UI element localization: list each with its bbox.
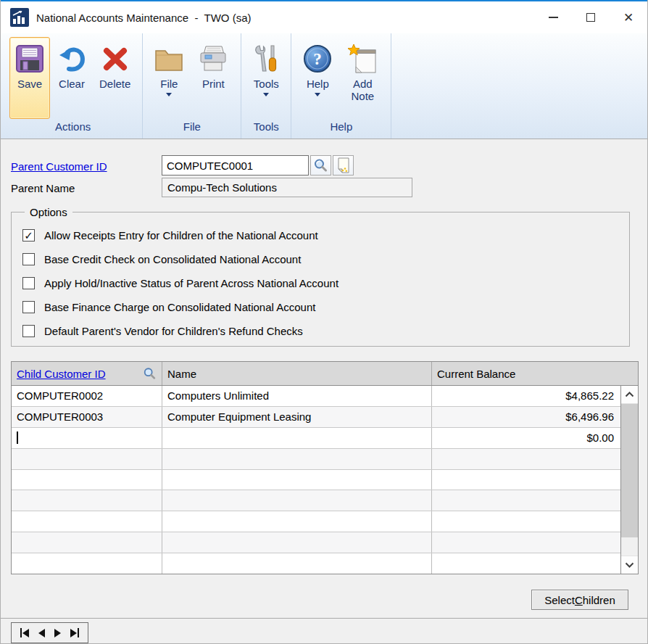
previous-record-icon — [38, 629, 45, 637]
ribbon-separator — [391, 33, 391, 139]
first-record-icon — [22, 629, 29, 637]
chevron-down-icon — [315, 93, 320, 96]
scroll-up-button[interactable] — [621, 386, 638, 404]
file-menu-button[interactable]: File — [149, 37, 189, 99]
cell-child-customer-id[interactable] — [12, 511, 162, 532]
cell-name[interactable] — [162, 511, 432, 532]
cell-child-customer-id[interactable]: COMPUTER0003 — [12, 407, 162, 427]
floppy-disk-icon — [15, 40, 44, 78]
chevron-down-icon — [166, 93, 172, 96]
attach-note-button[interactable] — [333, 155, 354, 176]
close-button[interactable]: ✕ — [610, 1, 647, 33]
checkbox-allow-receipts-entry[interactable]: ✓ Allow Receipts Entry for Children of t… — [12, 223, 629, 247]
table-row — [12, 490, 620, 511]
column-lookup-button[interactable] — [143, 367, 157, 381]
clear-button-label: Clear — [59, 78, 85, 90]
cell-current-balance[interactable] — [432, 449, 620, 469]
cell-child-customer-id[interactable] — [12, 470, 162, 490]
table-header: Child Customer ID Name Current Balance — [12, 362, 638, 386]
cell-current-balance[interactable]: $4,865.22 — [432, 386, 620, 406]
cell-child-customer-id[interactable] — [12, 553, 162, 574]
print-button-label: Print — [202, 78, 225, 90]
table-row-editing: $0.00 — [12, 428, 620, 449]
clear-button[interactable]: Clear — [52, 37, 91, 92]
cell-name[interactable] — [162, 490, 432, 511]
cell-child-customer-id[interactable] — [12, 532, 162, 553]
options-groupbox: Options ✓ Allow Receipts Entry for Child… — [11, 212, 630, 347]
cell-current-balance[interactable] — [432, 532, 620, 553]
scrollbar-track[interactable] — [621, 404, 638, 556]
options-legend: Options — [25, 206, 72, 218]
delete-button[interactable]: Delete — [94, 37, 136, 92]
help-menu-button[interactable]: ? Help — [297, 37, 338, 99]
svg-text:?: ? — [314, 50, 323, 68]
cell-current-balance[interactable]: $0.00 — [432, 428, 620, 448]
child-customer-id-link[interactable]: Child Customer ID — [17, 368, 106, 380]
maximize-button[interactable] — [572, 1, 610, 33]
ribbon-group-label-actions: Actions — [4, 119, 142, 139]
next-record-button[interactable] — [54, 629, 61, 637]
save-button-label: Save — [17, 78, 42, 90]
tools-icon — [253, 40, 279, 78]
add-note-icon — [347, 40, 378, 78]
add-note-label: Add Note — [346, 78, 379, 103]
scroll-down-button[interactable] — [621, 556, 638, 574]
parent-name-value: Compu-Tech Solutions — [162, 178, 412, 197]
cell-name[interactable] — [162, 470, 432, 490]
save-button[interactable]: Save — [9, 37, 50, 119]
print-button[interactable]: Print — [191, 37, 235, 92]
first-record-button[interactable] — [20, 628, 29, 637]
checkbox-apply-hold-inactive[interactable]: Apply Hold/Inactive Status of Parent Acr… — [12, 271, 629, 295]
last-record-button[interactable] — [70, 628, 79, 637]
checkbox-icon — [22, 301, 35, 313]
cell-current-balance[interactable] — [432, 511, 620, 532]
cell-child-customer-id[interactable] — [12, 449, 162, 469]
parent-customer-id-link[interactable]: Parent Customer ID — [11, 160, 107, 173]
column-header-current-balance: Current Balance — [432, 362, 638, 385]
select-children-button[interactable]: Select Children — [531, 590, 628, 610]
cell-name[interactable] — [162, 428, 432, 448]
maximize-icon — [586, 13, 595, 22]
checkbox-icon — [22, 253, 35, 265]
window-title: National Accounts Maintenance - TWO (sa) — [36, 12, 252, 24]
minimize-button[interactable] — [534, 1, 572, 33]
lookup-button[interactable] — [310, 155, 331, 176]
cell-child-customer-id[interactable]: COMPUTER0002 — [12, 386, 162, 406]
parent-customer-id-input[interactable] — [162, 155, 309, 176]
previous-record-button[interactable] — [38, 629, 45, 637]
app-chart-icon — [10, 8, 29, 27]
tools-menu-button[interactable]: Tools — [247, 37, 285, 99]
checkbox-base-credit-check[interactable]: Base Credit Check on Consolidated Nation… — [12, 247, 629, 271]
cell-child-customer-id[interactable] — [12, 428, 162, 448]
checkbox-base-finance-charge[interactable]: Base Finance Charge on Consolidated Nati… — [12, 295, 629, 319]
cell-name[interactable]: Computer Equipment Leasing — [162, 407, 432, 427]
cell-name[interactable] — [162, 532, 432, 553]
table-row: COMPUTER0002 Computers Unlimited $4,865.… — [12, 386, 620, 407]
table-row — [12, 511, 620, 532]
vertical-scrollbar[interactable] — [620, 386, 638, 574]
cell-name[interactable]: Computers Unlimited — [162, 386, 432, 406]
checkbox-icon — [22, 277, 35, 289]
table-row: COMPUTER0003 Computer Equipment Leasing … — [12, 407, 620, 428]
national-accounts-maintenance-window: National Accounts Maintenance - TWO (sa)… — [0, 0, 648, 644]
table-row — [12, 449, 620, 470]
add-note-button[interactable]: Add Note — [340, 37, 385, 105]
cell-child-customer-id[interactable] — [12, 490, 162, 511]
ribbon-group-label-help: Help — [291, 119, 391, 139]
checkbox-default-parents-vendor[interactable]: Default Parent's Vendor for Children's R… — [12, 319, 629, 343]
ribbon-group-actions: Save Clear — [4, 33, 142, 139]
ribbon-toolbar: Save Clear — [1, 33, 647, 139]
cell-name[interactable] — [162, 553, 432, 574]
cell-current-balance[interactable]: $6,496.96 — [432, 407, 620, 427]
next-record-icon — [54, 629, 61, 637]
table-row — [12, 532, 620, 553]
cell-name[interactable] — [162, 449, 432, 469]
chevron-down-icon — [625, 562, 634, 568]
cell-current-balance[interactable] — [432, 470, 620, 490]
folder-icon — [154, 40, 183, 78]
record-navigation — [11, 622, 88, 643]
cell-current-balance[interactable] — [432, 490, 620, 511]
magnifier-icon — [313, 158, 328, 173]
cell-current-balance[interactable] — [432, 553, 620, 574]
scrollbar-thumb[interactable] — [621, 404, 638, 537]
